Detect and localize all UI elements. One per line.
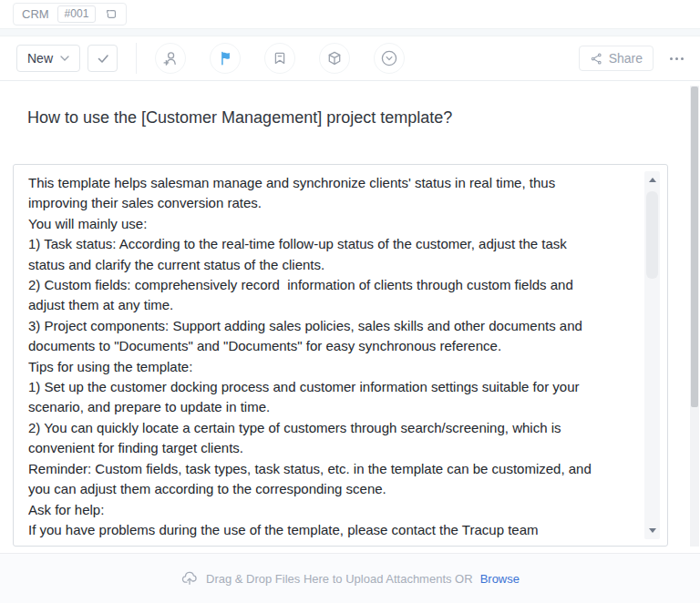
task-id-badge: #001 <box>57 5 97 23</box>
dropzone-text: Drag & Drop Files Here to Upload Attachm… <box>206 572 473 586</box>
cloud-upload-icon <box>180 569 199 588</box>
note-line: you can adjust them according to the cor… <box>28 479 625 499</box>
note-line: 1) Task status: According to the real-ti… <box>28 234 625 254</box>
browse-link[interactable]: Browse <box>480 572 520 586</box>
check-icon <box>95 50 111 66</box>
attachment-dropzone[interactable]: Drag & Drop Files Here to Upload Attachm… <box>0 553 700 603</box>
priority-flag-button[interactable] <box>210 43 241 74</box>
share-nodes-icon <box>590 52 602 66</box>
note-line: If you have problems during the use of t… <box>28 520 625 538</box>
task-content: How to use the [Customer Management] pro… <box>0 81 700 553</box>
task-reference-group: CRM #001 <box>13 3 127 26</box>
note-line: 2) You can quickly locate a certain type… <box>28 418 625 438</box>
new-button[interactable]: New <box>16 45 80 72</box>
expand-icon[interactable] <box>104 7 118 21</box>
version-button[interactable] <box>374 43 405 74</box>
note-line: scenario, and prepare to update in time. <box>28 397 625 417</box>
note-line: Ask for help: <box>28 500 625 520</box>
cube-icon <box>325 49 344 67</box>
note-line: You will mainly use: <box>28 214 625 234</box>
description-scrollbar-thumb[interactable] <box>646 191 658 279</box>
task-title[interactable]: How to use the [Customer Management] pro… <box>0 81 700 128</box>
top-reference-bar: CRM #001 <box>0 0 700 28</box>
note-line: 2) Custom fields: comprehensively record… <box>28 275 625 295</box>
more-actions-button[interactable] <box>666 52 687 66</box>
note-line: 3) Project components: Support adding sa… <box>28 316 625 336</box>
new-button-label: New <box>27 51 53 66</box>
note-line: convenient for finding target clients. <box>28 438 625 458</box>
toolbar-divider <box>136 43 137 74</box>
section-gap <box>0 28 700 36</box>
chevron-circle-icon <box>380 49 398 67</box>
share-button[interactable]: Share <box>579 46 654 71</box>
description-text[interactable]: This template helps salesman manage and … <box>28 173 625 538</box>
note-line: improving their sales conversion rates. <box>28 193 625 213</box>
task-toolbar: New <box>0 36 700 81</box>
note-line: Tips for using the template: <box>28 357 625 377</box>
task-detail-page: CRM #001 New <box>0 0 700 603</box>
bookmark-icon <box>271 49 289 67</box>
note-line: 1) Set up the customer docking process a… <box>28 377 625 397</box>
page-scrollbar-thumb[interactable] <box>691 87 698 407</box>
note-line: adjust them at any time. <box>28 295 625 315</box>
page-scrollbar[interactable] <box>690 86 699 547</box>
scroll-down-arrow-icon[interactable] <box>649 528 656 533</box>
description-scrollbar[interactable] <box>644 171 660 539</box>
note-line: This template helps salesman manage and … <box>28 173 625 193</box>
bookmark-button[interactable] <box>264 43 295 74</box>
note-line: documents to "Documents" and "Documents"… <box>28 336 625 356</box>
note-line: status and clarify the current status of… <box>28 255 625 275</box>
project-label: CRM <box>22 7 49 21</box>
components-button[interactable] <box>319 43 350 74</box>
user-add-icon <box>161 49 180 67</box>
note-line: Reminder: Custom fields, task types, tas… <box>28 459 625 479</box>
scroll-up-arrow-icon[interactable] <box>649 178 656 182</box>
chevron-down-icon <box>60 56 69 61</box>
description-field[interactable]: This template helps salesman manage and … <box>13 164 668 547</box>
flag-icon <box>216 49 234 67</box>
share-button-label: Share <box>609 51 643 66</box>
assign-user-button[interactable] <box>155 43 186 74</box>
complete-task-button[interactable] <box>88 45 118 72</box>
